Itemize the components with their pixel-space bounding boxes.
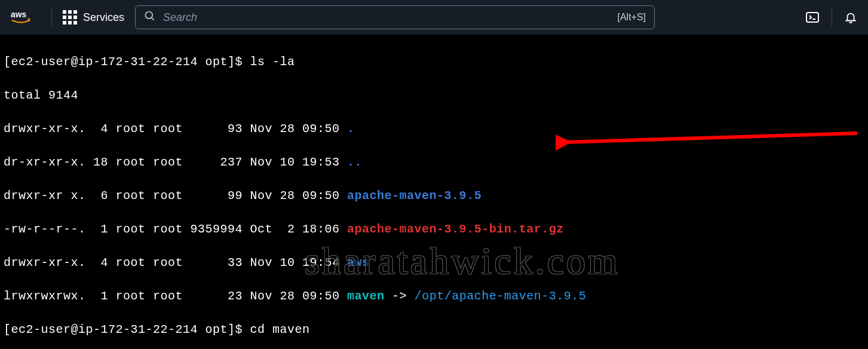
header-right-icons: [805, 7, 857, 27]
terminal-line: total 9144: [4, 87, 864, 104]
terminal-line: dr-xr-xr-x. 18 root root 237 Nov 10 19:5…: [4, 154, 864, 171]
dir-name: aws: [347, 256, 370, 270]
svg-text:aws: aws: [11, 10, 26, 19]
dir-name: .: [347, 122, 355, 136]
aws-console-header: aws Services [Alt+S]: [0, 0, 868, 35]
symlink-name: maven: [347, 289, 385, 303]
aws-logo[interactable]: aws: [11, 9, 38, 26]
bell-icon[interactable]: [844, 11, 857, 24]
file-name: apache-maven-3.9.5-bin.tar.gz: [347, 222, 564, 236]
terminal-line: drwxr-xr x. 6 root root 99 Nov 28 09:50 …: [4, 188, 864, 204]
services-button[interactable]: Services: [63, 10, 124, 25]
search-shortcut-hint: [Alt+S]: [617, 12, 646, 23]
search-box[interactable]: [Alt+S]: [135, 5, 655, 29]
search-icon: [144, 10, 156, 25]
header-divider: [51, 7, 52, 27]
dir-name: ..: [347, 155, 362, 169]
services-label: Services: [83, 11, 124, 24]
terminal-line: drwxr-xr-x. 4 root root 33 Nov 10 19:54 …: [4, 255, 864, 271]
header-divider: [832, 7, 832, 27]
grid-icon: [63, 10, 77, 25]
svg-line-2: [152, 17, 154, 20]
cloudshell-icon[interactable]: [805, 10, 820, 25]
search-input[interactable]: [163, 11, 610, 24]
terminal-line: drwxr-xr-x. 4 root root 93 Nov 28 09:50 …: [4, 121, 864, 137]
symlink-target: /opt/apache-maven-3.9.5: [415, 289, 587, 303]
terminal-line: [ec2-user@ip-172-31-22-214 opt]$ cd mave…: [4, 322, 864, 338]
terminal-line: [ec2-user@ip-172-31-22-214 opt]$ ls -la: [4, 54, 864, 71]
dir-name: apache-maven-3.9.5: [347, 189, 481, 203]
svg-point-1: [146, 11, 153, 19]
terminal-output: [ec2-user@ip-172-31-22-214 opt]$ ls -la …: [0, 35, 868, 349]
terminal-line: lrwxrwxrwx. 1 root root 23 Nov 28 09:50 …: [4, 288, 864, 305]
svg-rect-3: [806, 13, 818, 22]
terminal-line: -rw-r--r--. 1 root root 9359994 Oct 2 18…: [4, 221, 864, 238]
